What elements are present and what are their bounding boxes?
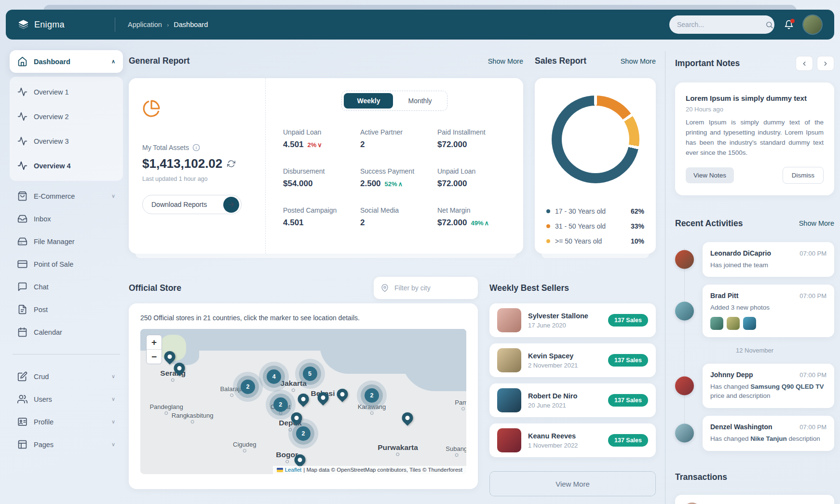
weekly-tab[interactable]: Weekly <box>344 93 393 109</box>
stat-label: Unpaid Loan <box>437 167 506 175</box>
store-cluster-marker[interactable]: 2 <box>365 388 379 403</box>
photo-thumbnail[interactable] <box>710 317 723 330</box>
store-cluster-marker[interactable]: 2 <box>241 380 255 394</box>
store-cluster-marker[interactable]: 4 <box>267 369 281 384</box>
sales-report-title: Sales Report <box>535 56 586 66</box>
map-pin-icon <box>381 284 389 292</box>
activities-show-more[interactable]: Show More <box>799 219 834 227</box>
best-seller-row[interactable]: Sylvester Stallone 17 June 2020 137 Sale… <box>489 303 656 337</box>
photo-thumbnail[interactable] <box>743 317 756 330</box>
note-card: Lorem Ipsum is simply dummy text 20 Hour… <box>675 82 834 195</box>
general-report-show-more[interactable]: Show More <box>488 57 523 65</box>
transaction-row[interactable]: Sylvester Stallone +$77 <box>675 495 834 504</box>
stat-label: Active Partner <box>360 128 429 136</box>
stat-value: 2 <box>360 140 365 150</box>
map-city-label: Cigudeg <box>233 441 256 452</box>
legend-dot <box>546 239 550 243</box>
download-reports-button[interactable]: Download Reports <box>142 195 242 214</box>
sidebar-item[interactable]: Calendar <box>10 321 123 343</box>
store-marker-pin[interactable] <box>400 410 416 426</box>
stat-cell: Posted Campaign 4.501 <box>283 206 352 228</box>
map-city-label: Balaraja <box>220 385 243 397</box>
sidebar-item[interactable]: E-Commerce ∨ <box>10 185 123 207</box>
chevron-up-icon: ∧ <box>111 58 115 65</box>
store-marker-pin[interactable] <box>296 391 312 407</box>
sidebar-item-label: Point of Sale <box>34 260 73 268</box>
sidebar-item-label: E-Commerce <box>34 192 75 200</box>
sidebar-item-dashboard[interactable]: Dashboard ∧ <box>10 50 123 73</box>
sidebar-subitem-label: Overview 2 <box>34 113 69 121</box>
search-icon[interactable] <box>765 21 773 29</box>
notes-prev-button[interactable] <box>796 56 813 71</box>
store-marker-pin[interactable] <box>335 387 351 403</box>
notes-next-button[interactable] <box>817 56 834 71</box>
stat-cell: Success Payment 2.500 52%∧ <box>360 167 429 189</box>
store-cluster-marker[interactable]: 2 <box>273 397 288 412</box>
users-icon <box>17 394 27 404</box>
map-city-label: Jakarta <box>281 379 307 392</box>
download-reports-label: Download Reports <box>151 201 207 208</box>
activity-item[interactable]: Leonardo DiCaprio 07:00 PM Has joined th… <box>675 242 834 277</box>
sidebar-subitem[interactable]: Overview 4 <box>10 153 123 178</box>
brand[interactable]: Enigma <box>18 20 115 30</box>
activity-item[interactable]: Johnny Depp 07:00 PM Has changed Samsung… <box>675 364 834 408</box>
best-seller-row[interactable]: Robert De Niro 20 June 2021 137 Sales <box>489 383 656 417</box>
sidebar-item[interactable]: Users ∨ <box>10 388 123 410</box>
sidebar-item[interactable]: Point of Sale <box>10 253 123 275</box>
sidebar-subitem-label: Overview 4 <box>34 162 71 170</box>
sidebar-item[interactable]: Inbox <box>10 207 123 230</box>
info-icon[interactable] <box>192 144 200 151</box>
photo-thumbnail[interactable] <box>727 317 740 330</box>
seller-photo <box>497 308 521 332</box>
stat-cell: Disbursement $54.000 <box>283 167 352 189</box>
zoom-in-button[interactable]: + <box>147 335 162 350</box>
sales-count-badge: 137 Sales <box>608 354 648 367</box>
stat-value: 2.500 <box>360 179 381 189</box>
monthly-tab[interactable]: Monthly <box>395 93 445 109</box>
activity-item[interactable]: Denzel Washington 07:00 PM Has changed N… <box>675 416 834 451</box>
filter-by-city-input[interactable] <box>393 284 483 292</box>
arrow-right-icon <box>223 197 239 213</box>
sales-report-show-more[interactable]: Show More <box>621 57 656 65</box>
sidebar-subitem[interactable]: Overview 3 <box>10 129 123 153</box>
breadcrumb-dashboard[interactable]: Dashboard <box>174 21 208 28</box>
activities-timeline: Leonardo DiCaprio 07:00 PM Has joined th… <box>675 242 834 451</box>
store-cluster-marker[interactable]: 5 <box>303 367 317 381</box>
best-seller-row[interactable]: Keanu Reeves 1 November 2022 137 Sales <box>489 423 656 457</box>
recent-activities-header: Recent Activities Show More <box>675 218 834 229</box>
sidebar-item[interactable]: Pages ∨ <box>10 433 123 456</box>
store-locations-map[interactable]: SerangBalarajaJakartaBekasiKarawangPande… <box>140 329 466 474</box>
sidebar-item[interactable]: Chat <box>10 275 123 298</box>
sidebar-subitem[interactable]: Overview 2 <box>10 104 123 129</box>
sidebar-item[interactable]: Post <box>10 298 123 321</box>
legend-value: 62% <box>631 207 644 215</box>
sidebar-item[interactable]: Profile ∨ <box>10 410 123 433</box>
activity-item[interactable]: Brad Pitt 07:00 PM Added 3 new photos <box>675 285 834 337</box>
sidebar-item[interactable]: File Manager <box>10 230 123 253</box>
zoom-out-button[interactable]: − <box>147 350 162 364</box>
bag-icon <box>17 191 27 201</box>
filter-by-city-box[interactable] <box>374 277 478 299</box>
view-more-button[interactable]: View More <box>489 471 656 496</box>
best-seller-row[interactable]: Kevin Spacey 2 November 2021 137 Sales <box>489 343 656 377</box>
user-avatar[interactable] <box>803 15 822 34</box>
breadcrumb-application[interactable]: Application <box>128 21 162 28</box>
seller-date: 2 November 2021 <box>528 362 601 369</box>
drive-icon <box>17 236 27 246</box>
search-box[interactable] <box>669 15 774 34</box>
activity-avatar <box>675 301 694 320</box>
chat-icon <box>17 282 27 292</box>
view-notes-button[interactable]: View Notes <box>686 167 734 183</box>
leaflet-link[interactable]: Leaflet <box>285 467 302 473</box>
store-map-description: 250 Official stores in 21 countries, cli… <box>140 314 466 322</box>
search-input[interactable] <box>676 20 765 29</box>
sidebar-item[interactable]: Crud ∨ <box>10 365 123 388</box>
sidebar-subitem[interactable]: Overview 1 <box>10 80 123 104</box>
refresh-icon[interactable] <box>227 160 235 168</box>
notifications-button[interactable] <box>784 20 794 29</box>
stat-value: $54.000 <box>283 179 312 189</box>
attribution-text: | Map data © OpenStreetMap contributors,… <box>303 467 462 473</box>
dismiss-button[interactable]: Dismiss <box>783 167 824 184</box>
store-cluster-marker[interactable]: 2 <box>296 426 311 441</box>
activity-time: 07:00 PM <box>799 250 826 257</box>
